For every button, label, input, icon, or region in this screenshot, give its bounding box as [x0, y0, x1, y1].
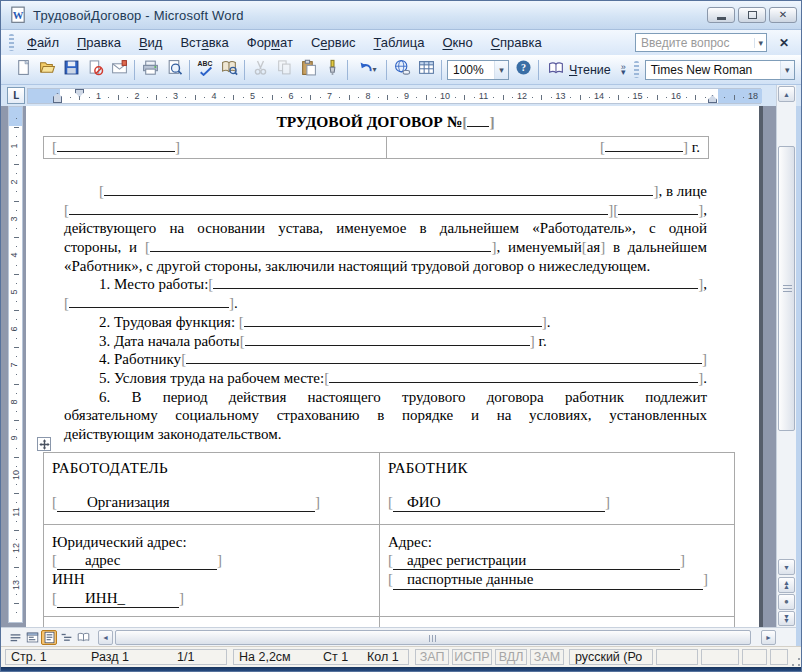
- reading-view-button[interactable]: [75, 630, 91, 645]
- read-mode-button[interactable]: Чтение: [542, 58, 617, 82]
- permission-button[interactable]: [83, 58, 107, 82]
- insert-table-button[interactable]: [414, 58, 438, 82]
- close-button[interactable]: ✕: [769, 7, 797, 23]
- formatting-toolbar-options-button[interactable]: »▾: [797, 57, 802, 83]
- form-field-blank[interactable]: ИНН_: [57, 589, 179, 608]
- chevron-down-icon[interactable]: ▾: [780, 61, 794, 79]
- hyperlink-button[interactable]: [390, 58, 414, 82]
- form-field-blank[interactable]: адрес регистрации: [393, 551, 680, 570]
- standard-toolbar-options-button[interactable]: »▾: [617, 57, 630, 83]
- form-field-blank[interactable]: [244, 326, 542, 327]
- chevron-down-icon[interactable]: ▾: [372, 65, 376, 74]
- outline-view-button[interactable]: [58, 630, 74, 645]
- help-button-button[interactable]: ?: [511, 58, 535, 82]
- research-button[interactable]: [217, 58, 241, 82]
- employer-signature-cell[interactable]: [Должность]: [44, 616, 380, 627]
- table-move-handle-icon[interactable]: [37, 437, 51, 451]
- spelling-button[interactable]: ABC: [193, 58, 217, 82]
- menu-item-tools[interactable]: Сервис: [302, 32, 365, 53]
- select-browse-object-button[interactable]: ●: [778, 594, 795, 610]
- menu-item-edit[interactable]: Правка: [68, 32, 130, 53]
- scroll-down-button[interactable]: ▼: [778, 559, 795, 575]
- form-field-blank[interactable]: [57, 151, 175, 152]
- menu-item-insert[interactable]: Вставка: [171, 32, 237, 53]
- new-document-button[interactable]: [11, 58, 35, 82]
- menu-item-help[interactable]: Справка: [482, 32, 551, 53]
- form-field-blank[interactable]: [104, 195, 653, 196]
- form-field-blank[interactable]: [605, 151, 683, 152]
- language-indicator[interactable]: русский (Ро: [569, 649, 653, 665]
- document-body[interactable]: [], в лице[][],действующего на основании…: [64, 182, 707, 444]
- form-field-blank[interactable]: [329, 382, 698, 383]
- tab-stop-selector-button[interactable]: L: [7, 87, 25, 104]
- save-button[interactable]: [59, 58, 83, 82]
- cut-button[interactable]: [248, 58, 272, 82]
- scroll-right-button[interactable]: ►: [761, 630, 776, 645]
- form-field-blank[interactable]: [245, 345, 530, 346]
- form-field-blank[interactable]: [213, 288, 698, 289]
- form-field-blank[interactable]: [467, 126, 489, 127]
- minimize-button[interactable]: [707, 7, 735, 23]
- mode-toggle-испр[interactable]: ИСПР: [452, 649, 492, 665]
- mode-toggle-вдл[interactable]: ВДЛ: [495, 649, 527, 665]
- paste-button[interactable]: [296, 58, 320, 82]
- ruler-tick: [724, 97, 725, 98]
- form-field-blank[interactable]: паспортные данные: [393, 570, 703, 589]
- menu-item-view[interactable]: Вид: [130, 32, 172, 53]
- mode-toggle-зап[interactable]: ЗАП: [415, 649, 449, 665]
- form-field-blank[interactable]: адрес: [57, 551, 217, 570]
- vertical-scroll-thumb[interactable]: [778, 146, 795, 431]
- formatting-toolbar-drag-handle[interactable]: [634, 61, 639, 78]
- vertical-scrollbar[interactable]: ▲ ▼ ▲▲ ● ▼▼: [776, 85, 796, 627]
- print-button[interactable]: [138, 58, 162, 82]
- font-name-combobox[interactable]: Times New Roman ▾: [645, 60, 795, 80]
- first-line-indent-marker[interactable]: [75, 89, 84, 97]
- mode-toggle-зам[interactable]: ЗАМ: [530, 649, 564, 665]
- undo-button[interactable]: ▾: [351, 58, 383, 82]
- date-cell[interactable]: [] г.: [387, 137, 709, 159]
- horizontal-scrollbar[interactable]: [113, 629, 757, 646]
- format-painter-button[interactable]: [320, 58, 344, 82]
- previous-page-button[interactable]: ▲▲: [778, 577, 795, 593]
- employee-details-cell[interactable]: Адрес:[адрес регистрации][паспортные дан…: [380, 524, 735, 616]
- menu-item-file[interactable]: Файл: [18, 32, 68, 53]
- place-cell[interactable]: []: [44, 137, 387, 159]
- restore-button[interactable]: [738, 7, 766, 23]
- chevron-down-icon[interactable]: ▾: [494, 61, 508, 79]
- print-layout-view-button[interactable]: [41, 630, 57, 645]
- form-field-blank[interactable]: [69, 307, 229, 308]
- menubar-drag-handle[interactable]: [9, 34, 14, 51]
- menu-item-window[interactable]: Окно: [433, 32, 481, 53]
- menu-item-format[interactable]: Формат: [238, 32, 302, 53]
- status-empty-box: [742, 649, 767, 665]
- horizontal-scroll-thumb[interactable]: [115, 630, 751, 645]
- email-button[interactable]: [107, 58, 131, 82]
- form-field-blank[interactable]: [150, 251, 492, 252]
- next-page-button[interactable]: ▼▼: [778, 611, 795, 626]
- form-field-blank[interactable]: Организация: [57, 493, 315, 512]
- form-field-blank[interactable]: [69, 214, 608, 215]
- form-field-blank[interactable]: [618, 214, 698, 215]
- form-field-blank[interactable]: [186, 363, 702, 364]
- scroll-left-button[interactable]: ◄: [98, 630, 113, 645]
- chevron-down-icon[interactable]: ▾: [754, 38, 766, 48]
- right-indent-marker[interactable]: [708, 95, 717, 103]
- zoom-combobox[interactable]: 100%▾: [447, 60, 509, 80]
- copy-button[interactable]: [272, 58, 296, 82]
- print-preview-button[interactable]: [162, 58, 186, 82]
- open-button[interactable]: [35, 58, 59, 82]
- employee-cell[interactable]: РАБОТНИК[ФИО]: [380, 452, 735, 524]
- employer-details-cell[interactable]: Юридический адрес:[адрес]ИНН[ИНН_ ]: [44, 524, 380, 616]
- document-page[interactable]: ТРУДОВОЙ ДОГОВОР №[][][] г.[], в лице[][…: [26, 106, 759, 627]
- employer-cell[interactable]: РАБОТОДАТЕЛЬ[Организация]: [44, 452, 380, 524]
- close-document-icon[interactable]: ✕: [775, 34, 793, 52]
- web-layout-view-button[interactable]: [24, 630, 40, 645]
- normal-view-button[interactable]: [7, 630, 23, 645]
- form-field-blank[interactable]: ФИО: [393, 493, 605, 512]
- employee-signature-cell[interactable]: [ФИО]: [380, 616, 735, 627]
- scroll-up-button[interactable]: ▲: [778, 86, 795, 102]
- ask-question-input[interactable]: Введите вопрос ▾: [635, 33, 767, 52]
- ruler-tick: [16, 521, 17, 522]
- resize-grip-icon[interactable]: [791, 657, 801, 667]
- menu-item-table[interactable]: Таблица: [364, 32, 433, 53]
